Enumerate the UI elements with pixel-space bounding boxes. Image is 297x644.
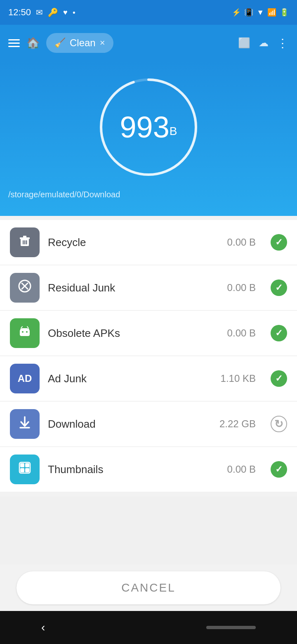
- status-time: 12:50: [8, 7, 31, 18]
- cancel-area: CANCEL: [0, 565, 297, 611]
- storage-circle: 993B: [95, 73, 202, 181]
- cloud-icon[interactable]: ☁: [259, 37, 269, 49]
- check-icon: [275, 282, 283, 293]
- home-pill[interactable]: [206, 626, 256, 629]
- signal-icon: 📶: [267, 8, 276, 17]
- category-list: Recycle 0.00 B Residual Junk 0.00 B: [0, 216, 297, 497]
- download-arrow-icon: [18, 415, 32, 433]
- download-icon-wrap: [10, 409, 40, 439]
- clean-tab-label: Clean: [70, 37, 96, 49]
- svg-line-16: [27, 327, 28, 328]
- svg-rect-6: [24, 240, 26, 244]
- header-right-icons: ⬜ ☁ ⋮: [238, 36, 289, 50]
- cancel-button[interactable]: CANCEL: [16, 571, 280, 604]
- obsolete-apks-check[interactable]: [271, 325, 287, 341]
- ad-icon-wrap: AD: [10, 364, 40, 393]
- svg-rect-25: [20, 468, 24, 472]
- check-icon: [275, 464, 283, 475]
- download-item[interactable]: Download 2.22 GB: [0, 402, 297, 446]
- download-size: 2.22 GB: [219, 418, 256, 430]
- recycle-check[interactable]: [271, 234, 287, 251]
- recycle-item[interactable]: Recycle 0.00 B: [0, 220, 297, 265]
- storage-path: /storage/emulated/0/Download: [0, 190, 120, 199]
- download-refresh[interactable]: [271, 416, 287, 432]
- thumbnails-grid-icon: [18, 461, 32, 478]
- residual-junk-item[interactable]: Residual Junk 0.00 B: [0, 265, 297, 310]
- screenshot-icon[interactable]: ⬜: [238, 37, 250, 49]
- bluetooth-icon: ⚡: [232, 8, 241, 17]
- menu-line-2: [8, 43, 20, 44]
- svg-point-1: [101, 80, 196, 175]
- thumbnails-icon-wrap: [10, 455, 40, 484]
- menu-line-1: [8, 39, 20, 40]
- ad-junk-item[interactable]: AD Ad Junk 1.10 KB: [0, 356, 297, 401]
- home-button[interactable]: 🏠: [26, 37, 40, 50]
- thumbnails-item[interactable]: Thumbnails 0.00 B: [0, 447, 297, 492]
- svg-point-19: [26, 331, 28, 333]
- refresh-icon: [274, 418, 283, 431]
- ad-junk-check[interactable]: [271, 370, 287, 387]
- back-button[interactable]: ‹: [41, 621, 45, 634]
- recycle-icon-wrap: [10, 227, 40, 257]
- key-icon: 🔑: [48, 7, 58, 17]
- obsolete-apks-item[interactable]: Obsolete APKs 0.00 B: [0, 311, 297, 355]
- thumbnails-check[interactable]: [271, 461, 287, 478]
- vibrate-icon: 📳: [244, 8, 253, 17]
- wifi-icon: ▼: [257, 8, 264, 17]
- status-right: ⚡ 📳 ▼ 📶 🔋: [232, 8, 289, 17]
- app-header: 🏠 🧹 Clean × ⬜ ☁ ⋮: [0, 25, 297, 61]
- clean-tab-icon: 🧹: [54, 38, 66, 48]
- dot-icon: ●: [73, 9, 75, 15]
- bottom-nav-bar: ‹: [0, 611, 297, 644]
- more-options-button[interactable]: ⋮: [277, 36, 289, 50]
- obsolete-apks-size: 0.00 B: [227, 327, 256, 339]
- circle-progress-svg: [95, 73, 202, 181]
- thumbnails-label: Thumbnails: [48, 463, 219, 476]
- svg-rect-26: [25, 468, 29, 472]
- ad-junk-size: 1.10 KB: [221, 373, 256, 384]
- recycle-size: 0.00 B: [227, 237, 256, 248]
- svg-rect-24: [25, 463, 29, 467]
- svg-rect-23: [20, 463, 24, 467]
- menu-line-3: [8, 46, 20, 47]
- status-bar: 12:50 ✉ 🔑 ♥ ● ⚡ 📳 ▼ 📶 🔋: [0, 0, 297, 25]
- residual-junk-label: Residual Junk: [48, 282, 219, 294]
- clean-tab[interactable]: 🧹 Clean ×: [46, 33, 113, 53]
- residual-junk-size: 0.00 B: [227, 282, 256, 294]
- menu-button[interactable]: [8, 39, 20, 47]
- residual-junk-check[interactable]: [271, 279, 287, 296]
- battery-icon: 🔋: [280, 8, 289, 17]
- svg-line-15: [21, 327, 22, 328]
- svg-rect-7: [26, 240, 27, 244]
- recycle-label: Recycle: [48, 236, 219, 249]
- residual-icon-wrap: [10, 273, 40, 303]
- trash-icon: [17, 233, 32, 251]
- ad-text-icon: AD: [18, 373, 32, 384]
- svg-rect-4: [23, 236, 26, 238]
- check-icon: [275, 237, 283, 248]
- ad-junk-label: Ad Junk: [48, 372, 212, 385]
- check-icon: [275, 373, 283, 384]
- heart-icon: ♥: [63, 8, 68, 17]
- status-left: 12:50 ✉ 🔑 ♥ ●: [8, 7, 75, 18]
- hero-section: 993B /storage/emulated/0/Download: [0, 61, 297, 216]
- svg-point-18: [22, 331, 24, 333]
- download-label: Download: [48, 418, 211, 431]
- close-tab-button[interactable]: ×: [100, 38, 105, 48]
- check-icon: [275, 328, 283, 339]
- apk-icon-wrap: [10, 318, 40, 348]
- android-icon: [17, 324, 32, 342]
- gmail-icon: ✉: [36, 7, 43, 17]
- xcircle-icon: [17, 279, 32, 297]
- thumbnails-size: 0.00 B: [227, 464, 256, 475]
- obsolete-apks-label: Obsolete APKs: [48, 327, 219, 340]
- svg-rect-17: [20, 330, 29, 335]
- svg-rect-5: [23, 240, 24, 244]
